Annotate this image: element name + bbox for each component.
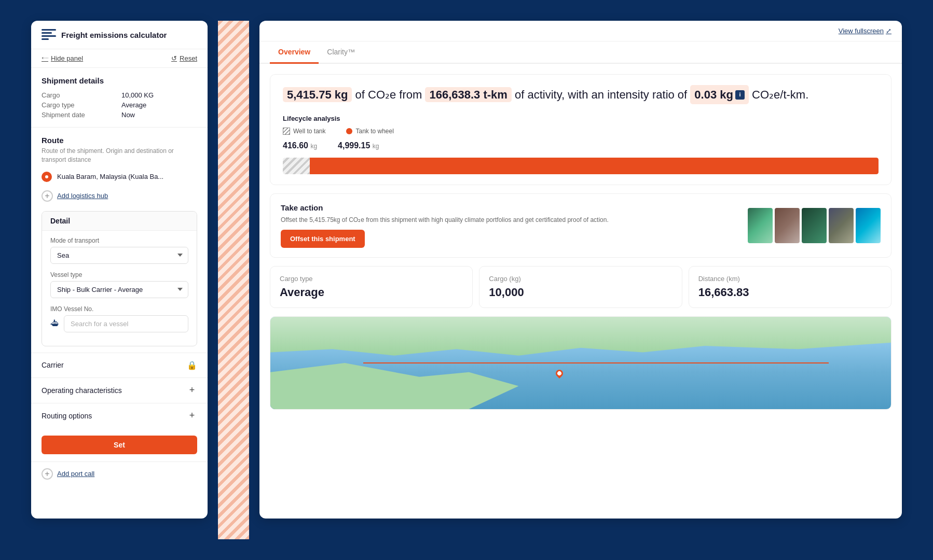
right-panel-topbar: View fullscreen ⤢	[259, 21, 902, 41]
routing-options-row[interactable]: Routing options +	[31, 403, 208, 428]
reset-button[interactable]: ↺ Reset	[171, 54, 197, 62]
co2-amount-highlight: 5,415.75 kg	[283, 87, 352, 102]
add-port-call-link[interactable]: Add port call	[57, 470, 94, 478]
route-section: Route Route of the shipment. Origin and …	[31, 130, 208, 211]
origin-dot-icon	[42, 172, 52, 182]
left-panel: Freight emissions calculator ⬸ Hide pane…	[31, 21, 208, 519]
panel-header: Freight emissions calculator	[31, 21, 208, 49]
routing-options-expand-icon: +	[187, 411, 197, 421]
stat-card-cargo: Cargo (kg) 10,000	[479, 266, 682, 308]
cargo-type-value: Average	[121, 101, 197, 109]
well-to-tank-label: Well to tank	[293, 128, 325, 135]
activity-highlight: 166,638.3 t-km	[425, 87, 511, 102]
imo-vessel-label: IMO Vessel No.	[50, 305, 188, 313]
detail-box-header: Detail	[42, 212, 197, 231]
lifecycle-values: 416.60 kg 4,999.15 kg	[283, 141, 879, 150]
lifecycle-title: Lifecycle analysis	[283, 115, 879, 122]
app-logo	[42, 29, 56, 40]
tab-overview[interactable]: Overview	[270, 41, 319, 64]
back-arrow-icon: ⬸	[42, 54, 48, 62]
map-land-west	[270, 363, 518, 409]
lock-icon: 🔒	[187, 360, 197, 370]
stat-cargo-label: Cargo (kg)	[489, 275, 672, 283]
tab-clarity[interactable]: Clarity™	[319, 41, 363, 64]
right-content: 5,415.75 kg of CO₂e from 166,638.3 t-km …	[259, 64, 902, 420]
nature-images	[748, 208, 881, 243]
map-route-line	[363, 362, 829, 363]
detail-box: Detail Mode of transport Sea Air Road Ra…	[42, 211, 197, 346]
cargo-key: Cargo	[42, 91, 117, 99]
operating-characteristics-expand-icon: +	[187, 385, 197, 396]
reset-icon: ↺	[171, 54, 177, 62]
add-logistics-circle-icon: +	[42, 190, 53, 202]
tank-to-wheel-value: 4,999.15 kg	[338, 141, 379, 150]
well-to-tank-icon	[283, 128, 290, 135]
stat-distance-value: 16,663.83	[698, 286, 882, 299]
intensity-highlight: 0.03 kg i	[690, 85, 749, 104]
vessel-type-select[interactable]: Ship - Bulk Carrier - Average	[50, 281, 188, 298]
vessel-icon: ⛴	[50, 318, 60, 329]
fullscreen-icon: ⤢	[886, 27, 891, 35]
info-badge-icon: i	[735, 90, 745, 100]
stat-distance-label: Distance (km)	[698, 275, 882, 283]
tabs-row: Overview Clarity™	[259, 41, 902, 64]
set-button[interactable]: Set	[42, 436, 197, 454]
view-fullscreen-button[interactable]: View fullscreen ⤢	[839, 27, 891, 35]
bar-solid-segment	[310, 158, 879, 174]
offset-shipment-button[interactable]: Offset this shipment	[281, 230, 365, 248]
carrier-label: Carrier	[42, 361, 64, 369]
bar-hatch-segment	[283, 158, 310, 174]
imo-vessel-input[interactable]	[64, 315, 188, 332]
mode-of-transport-select[interactable]: Sea Air Road Rail	[50, 247, 188, 264]
detail-box-body: Mode of transport Sea Air Road Rail Vess…	[42, 231, 197, 346]
add-logistics-row[interactable]: + Add logistics hub	[42, 187, 197, 205]
stat-cargo-value: 10,000	[489, 286, 672, 299]
stat-cargo-type-label: Cargo type	[280, 275, 463, 283]
shipment-details-heading: Shipment details	[31, 68, 208, 89]
map-container	[270, 316, 891, 410]
mode-of-transport-group: Mode of transport Sea Air Road Rail	[50, 237, 188, 264]
map-pin-icon	[554, 368, 565, 379]
route-origin-row: Kuala Baram, Malaysia (Kuala Ba...	[42, 172, 197, 182]
route-description: Route of the shipment. Origin and destin…	[42, 147, 197, 164]
cargo-type-key: Cargo type	[42, 101, 117, 109]
nature-image-3	[802, 208, 827, 243]
operating-characteristics-row[interactable]: Operating characteristics +	[31, 377, 208, 403]
tank-to-wheel-label: Tank to wheel	[355, 128, 393, 135]
carrier-row: Carrier 🔒	[31, 353, 208, 377]
operating-characteristics-label: Operating characteristics	[42, 386, 122, 395]
nature-image-4	[829, 208, 854, 243]
imo-vessel-group: IMO Vessel No. ⛴	[50, 305, 188, 332]
tank-to-wheel-icon	[346, 128, 352, 134]
mode-of-transport-label: Mode of transport	[50, 237, 188, 244]
add-logistics-hub-link[interactable]: Add logistics hub	[57, 192, 108, 200]
cargo-value: 10,000 KG	[121, 91, 197, 99]
shipment-date-value: Now	[121, 111, 197, 119]
routing-options-label: Routing options	[42, 412, 92, 420]
hide-panel-button[interactable]: ⬸ Hide panel	[42, 54, 83, 62]
right-panel: View fullscreen ⤢ Overview Clarity™ 5,41…	[259, 21, 902, 519]
vessel-type-group: Vessel type Ship - Bulk Carrier - Averag…	[50, 271, 188, 298]
shipment-date-key: Shipment date	[42, 111, 117, 119]
lifecycle-section: Lifecycle analysis Well to tank Tank to …	[283, 115, 879, 174]
take-action-title: Take action	[281, 203, 739, 212]
nature-image-1	[748, 208, 773, 243]
panel-title: Freight emissions calculator	[61, 31, 167, 39]
well-to-tank-item: Well to tank	[283, 128, 325, 135]
origin-text: Kuala Baram, Malaysia (Kuala Ba...	[57, 173, 163, 180]
tank-to-wheel-item: Tank to wheel	[346, 128, 393, 135]
panel-toolbar: ⬸ Hide panel ↺ Reset	[31, 49, 208, 68]
well-to-tank-value: 416.60 kg	[283, 141, 317, 150]
stat-card-cargo-type: Cargo type Average	[270, 266, 473, 308]
nature-image-2	[775, 208, 800, 243]
hatch-divider	[218, 21, 249, 539]
lifecycle-bar	[283, 158, 879, 174]
add-port-circle-icon: +	[42, 468, 53, 480]
add-port-call-row[interactable]: + Add port call	[31, 461, 208, 486]
nature-image-5	[856, 208, 881, 243]
emissions-summary: 5,415.75 kg of CO₂e from 166,638.3 t-km …	[283, 85, 879, 104]
vessel-icon-row: ⛴	[50, 315, 188, 332]
fullscreen-label: View fullscreen	[839, 27, 884, 35]
vessel-type-label: Vessel type	[50, 271, 188, 278]
stats-row: Cargo type Average Cargo (kg) 10,000 Dis…	[270, 266, 891, 308]
